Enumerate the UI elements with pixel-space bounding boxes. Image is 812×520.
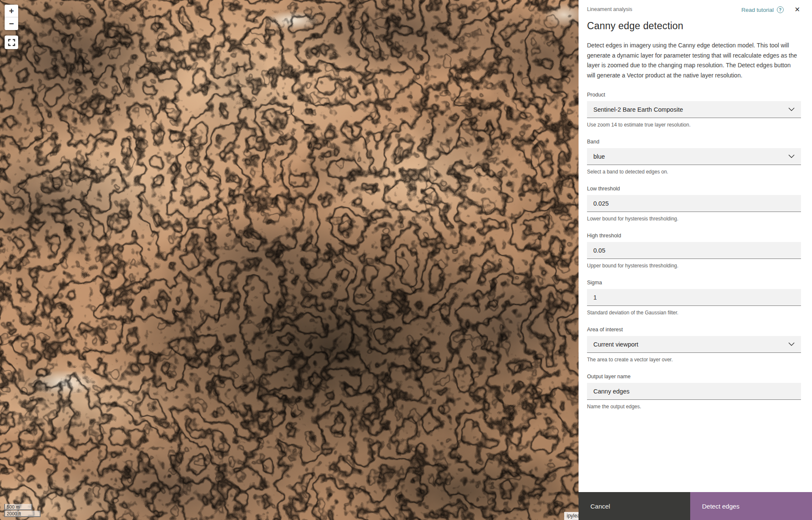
chevron-down-icon (788, 154, 795, 158)
band-helper: Select a band to detected edges on. (587, 169, 801, 175)
read-tutorial-label: Read tutorial (741, 7, 774, 13)
output-layer-name-helper: Name the output edges. (587, 404, 801, 410)
cancel-button[interactable]: Cancel (579, 492, 690, 520)
output-layer-name-label: Output layer name (587, 374, 801, 380)
product-select[interactable]: Sentinel-2 Bare Earth Composite (587, 101, 801, 118)
field-output-layer-name: Output layer name Name the output edges. (587, 374, 801, 410)
field-high-threshold: High threshold Upper bound for hysteresi… (587, 233, 801, 269)
field-sigma: Sigma Standard deviation of the Gaussian… (587, 280, 801, 316)
panel-footer: Cancel Detect edges (579, 492, 812, 520)
sigma-label: Sigma (587, 280, 801, 286)
chevron-down-icon (788, 107, 795, 111)
zoom-control: + − (5, 5, 18, 30)
map-attribution: ipyleaflet (564, 512, 579, 520)
fullscreen-icon (8, 39, 15, 46)
sigma-input[interactable] (587, 289, 801, 306)
sigma-helper: Standard deviation of the Gaussian filte… (587, 310, 801, 316)
terrain-imagery (0, 0, 579, 520)
product-helper: Use zoom 14 to estimate true layer resol… (587, 122, 801, 128)
low-threshold-label: Low threshold (587, 186, 801, 192)
read-tutorial-link[interactable]: Read tutorial ? (741, 6, 784, 13)
tool-panel: Lineament analysis Read tutorial ? ✕ Can… (579, 0, 812, 520)
band-select[interactable]: blue (587, 148, 801, 165)
product-label: Product (587, 92, 801, 98)
scale-imperial: 2000 ft (4, 511, 41, 517)
low-threshold-input[interactable] (587, 195, 801, 212)
close-button[interactable]: ✕ (794, 6, 801, 14)
scale-control: 500 m 2000 ft (4, 504, 41, 517)
map-canvas[interactable]: + − 500 m 2000 ft ipyleaflet (0, 0, 579, 520)
tool-description: Detect edges in imagery using the Canny … (587, 41, 801, 80)
field-low-threshold: Low threshold Lower bound for hysteresis… (587, 186, 801, 222)
area-of-interest-label: Area of interest (587, 327, 801, 333)
form: Product Sentinel-2 Bare Earth Composite … (587, 92, 801, 410)
fullscreen-button[interactable] (5, 36, 18, 49)
output-layer-name-input[interactable] (587, 383, 801, 400)
field-area-of-interest: Area of interest Current viewport The ar… (587, 327, 801, 363)
chevron-down-icon (788, 342, 795, 346)
page-title: Canny edge detection (587, 20, 801, 32)
high-threshold-label: High threshold (587, 233, 801, 239)
band-label: Band (587, 139, 801, 145)
field-band: Band blue Select a band to detected edge… (587, 139, 801, 175)
help-icon: ? (777, 6, 784, 13)
high-threshold-helper: Upper bound for hysteresis thresholding. (587, 263, 801, 269)
low-threshold-helper: Lower bound for hysteresis thresholding. (587, 216, 801, 222)
panel-header: Lineament analysis Read tutorial ? ✕ (587, 6, 801, 14)
zoom-in-button[interactable]: + (5, 5, 18, 17)
area-of-interest-value: Current viewport (593, 341, 638, 348)
high-threshold-input[interactable] (587, 242, 801, 259)
band-value: blue (593, 153, 605, 160)
detect-edges-button[interactable]: Detect edges (690, 492, 812, 520)
breadcrumb: Lineament analysis (587, 6, 632, 12)
area-of-interest-helper: The area to create a vector layer over. (587, 357, 801, 363)
product-value: Sentinel-2 Bare Earth Composite (593, 106, 683, 113)
area-of-interest-select[interactable]: Current viewport (587, 336, 801, 353)
zoom-out-button[interactable]: − (5, 17, 18, 30)
scale-metric: 500 m (4, 504, 32, 510)
field-product: Product Sentinel-2 Bare Earth Composite … (587, 92, 801, 128)
app-window: + − 500 m 2000 ft ipyleaflet Lineament a… (0, 0, 812, 520)
